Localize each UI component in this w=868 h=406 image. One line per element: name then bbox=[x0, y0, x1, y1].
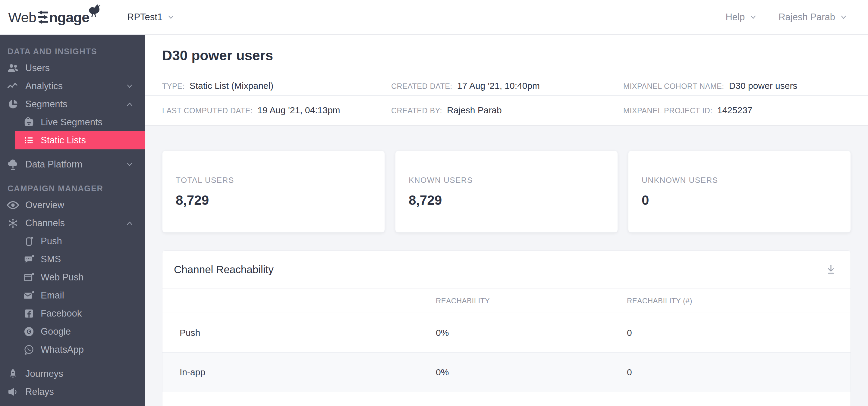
sidebar-item-label: WhatsApp bbox=[41, 344, 84, 355]
sidebar-item-whatsapp[interactable]: WhatsApp bbox=[0, 341, 145, 359]
table-row-in-app: In-app 0% 0 bbox=[162, 353, 850, 392]
stat-label: UNKNOWN USERS bbox=[642, 176, 850, 185]
project-switcher[interactable]: RPTest1 bbox=[127, 12, 176, 23]
section-label-data-and-insights: DATA AND INSIGHTS bbox=[0, 44, 145, 59]
meta-type: TYPE: Static List (Mixpanel) bbox=[162, 81, 391, 91]
meta-value: Static List (Mixpanel) bbox=[190, 81, 273, 91]
meta-label: MIXPANEL COHORT NAME: bbox=[623, 82, 724, 91]
stat-cards: TOTAL USERS 8,729 KNOWN USERS 8,729 UNKN… bbox=[162, 150, 851, 233]
sidebar-item-label: Users bbox=[25, 63, 50, 73]
meta-row-2: LAST COMPUTED DATE: 19 Aug '21, 04:13pm … bbox=[145, 96, 868, 124]
sidebar-item-static-lists[interactable]: Static Lists bbox=[15, 131, 145, 149]
sidebar-item-label: Data Platform bbox=[25, 159, 83, 170]
meta-label: LAST COMPUTED DATE: bbox=[162, 106, 253, 115]
sidebar-item-email[interactable]: Email bbox=[0, 286, 145, 304]
chevron-up-icon bbox=[125, 99, 134, 109]
stat-value: 8,729 bbox=[409, 193, 618, 208]
svg-text:G: G bbox=[27, 328, 31, 335]
sidebar-item-label: Web Push bbox=[41, 272, 84, 283]
analytics-icon bbox=[6, 80, 20, 93]
live-segments-icon bbox=[23, 116, 35, 128]
data-platform-icon bbox=[6, 158, 20, 171]
meta-label: TYPE: bbox=[162, 82, 185, 91]
user-name: Rajesh Parab bbox=[778, 12, 835, 23]
meta-created-by: CREATED BY: Rajesh Parab bbox=[391, 105, 623, 115]
eye-icon bbox=[6, 199, 20, 212]
cell-channel: In-app bbox=[180, 367, 436, 377]
download-icon bbox=[824, 263, 838, 276]
page-title: D30 power users bbox=[162, 47, 868, 63]
panel-title: Channel Reachability bbox=[174, 264, 274, 276]
panel-header: Channel Reachability bbox=[162, 250, 850, 289]
meta-row-1: TYPE: Static List (Mixpanel) CREATED DAT… bbox=[145, 76, 868, 96]
download-button[interactable] bbox=[811, 250, 850, 289]
logo-text-web: Web bbox=[8, 9, 36, 26]
stat-label: KNOWN USERS bbox=[409, 176, 618, 185]
meta-value: 19 Aug '21, 04:13pm bbox=[257, 105, 340, 115]
channel-reachability-panel: Channel Reachability REACHABILITY REACHA… bbox=[162, 250, 851, 406]
user-menu[interactable]: Rajesh Parab bbox=[778, 12, 848, 23]
sidebar-item-label: SMS bbox=[41, 254, 61, 265]
sidebar-item-live-segments[interactable]: Live Segments bbox=[0, 113, 145, 131]
meta-label: MIXPANEL PROJECT ID: bbox=[623, 106, 712, 115]
sidebar-item-segments[interactable]: Segments bbox=[0, 95, 145, 113]
facebook-icon bbox=[23, 308, 35, 319]
sidebar-item-facebook[interactable]: Facebook bbox=[0, 304, 145, 323]
segments-icon bbox=[6, 98, 20, 110]
meta-label: CREATED BY: bbox=[391, 106, 442, 115]
sidebar-item-label: Google bbox=[41, 326, 71, 337]
sidebar-item-journeys[interactable]: Journeys bbox=[0, 365, 145, 383]
sidebar-item-label: Overview bbox=[25, 200, 64, 210]
stat-value: 8,729 bbox=[176, 193, 384, 208]
section-label-campaign-manager: CAMPAIGN MANAGER bbox=[0, 181, 145, 196]
sidebar-item-label: Live Segments bbox=[41, 117, 102, 128]
sidebar: DATA AND INSIGHTS Users Analytics bbox=[0, 35, 145, 406]
chevron-down-icon bbox=[125, 81, 134, 91]
sidebar-item-overview[interactable]: Overview bbox=[0, 196, 145, 214]
table-row-push: Push 0% 0 bbox=[162, 313, 850, 353]
sidebar-item-label: Push bbox=[41, 236, 62, 247]
sidebar-item-label: Static Lists bbox=[41, 135, 86, 146]
logo-text-engage: ngage bbox=[49, 9, 89, 26]
cell-percent: 0% bbox=[436, 367, 627, 377]
panel-tools bbox=[811, 250, 850, 289]
meta-value: 17 Aug '21, 10:40pm bbox=[457, 81, 540, 91]
sidebar-item-users[interactable]: Users bbox=[0, 59, 145, 77]
sidebar-item-label: Analytics bbox=[25, 81, 63, 92]
sidebar-item-label: Facebook bbox=[41, 308, 82, 319]
sidebar-item-sms[interactable]: SMS bbox=[0, 250, 145, 268]
stat-card-unknown-users: UNKNOWN USERS 0 bbox=[628, 150, 851, 233]
project-name: RPTest1 bbox=[127, 12, 162, 23]
meta-last-computed-date: LAST COMPUTED DATE: 19 Aug '21, 04:13pm bbox=[162, 105, 391, 115]
channels-hub-icon bbox=[6, 217, 20, 229]
sidebar-item-analytics[interactable]: Analytics bbox=[0, 77, 145, 95]
sidebar-item-label: Segments bbox=[25, 99, 67, 110]
meta-value: D30 power users bbox=[729, 81, 798, 91]
sidebar-item-push[interactable]: Push bbox=[0, 232, 145, 250]
meta-value: 1425237 bbox=[717, 105, 752, 115]
rocket-icon bbox=[6, 368, 20, 379]
webengage-logo[interactable]: Web ngage bbox=[8, 9, 89, 26]
sidebar-item-relays[interactable]: Relays bbox=[0, 383, 145, 401]
logo-arrows-e-icon bbox=[38, 10, 48, 24]
table-col-reachability-count: REACHABILITY (#) bbox=[627, 297, 850, 305]
mobile-push-icon bbox=[23, 236, 35, 247]
meta-created-date: CREATED DATE: 17 Aug '21, 10:40pm bbox=[391, 81, 623, 91]
users-icon bbox=[6, 62, 20, 74]
chevron-down-icon bbox=[166, 12, 176, 22]
meta-value: Rajesh Parab bbox=[447, 105, 502, 115]
sidebar-item-google[interactable]: G Google bbox=[0, 323, 145, 341]
cell-count: 0 bbox=[627, 328, 850, 338]
stat-value: 0 bbox=[642, 193, 850, 208]
webengage-bird-icon bbox=[86, 1, 103, 19]
sidebar-item-data-platform[interactable]: Data Platform bbox=[0, 156, 145, 173]
sidebar-item-web-push[interactable]: Web Push bbox=[0, 268, 145, 286]
help-menu[interactable]: Help bbox=[725, 12, 758, 23]
stat-card-known-users: KNOWN USERS 8,729 bbox=[395, 150, 618, 233]
cell-count: 0 bbox=[627, 367, 850, 377]
cell-percent: 0% bbox=[436, 328, 627, 338]
google-icon: G bbox=[23, 326, 35, 337]
sidebar-item-label: Relays bbox=[25, 386, 54, 397]
sidebar-item-channels[interactable]: Channels bbox=[0, 214, 145, 232]
email-envelope-icon bbox=[23, 290, 35, 302]
